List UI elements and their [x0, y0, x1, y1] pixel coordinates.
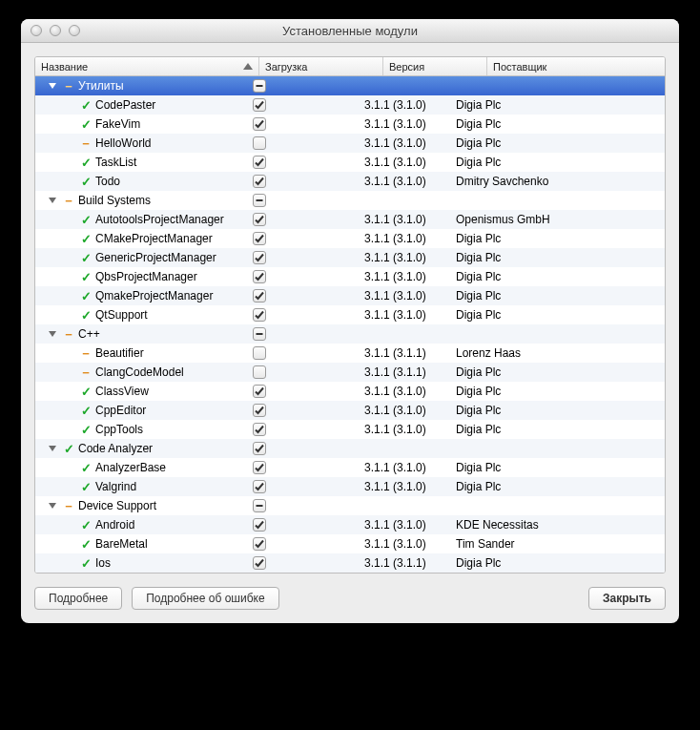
cell-name: −Device Support — [35, 499, 247, 512]
load-checkbox[interactable] — [253, 175, 266, 188]
load-checkbox[interactable] — [253, 537, 266, 551]
cell-vendor: KDE Necessitas — [450, 518, 665, 532]
table-row[interactable]: ✓CodePaster3.1.1 (3.1.0)Digia Plc — [35, 95, 665, 115]
load-checkbox[interactable] — [253, 518, 266, 532]
table-row[interactable]: ✓CppTools3.1.1 (3.1.0)Digia Plc — [35, 420, 665, 439]
disclosure-triangle-icon[interactable] — [49, 503, 56, 509]
load-checkbox[interactable] — [253, 346, 266, 360]
load-checkbox[interactable] — [253, 251, 266, 264]
status-warn-icon: − — [63, 500, 74, 512]
module-name-label: ClangCodeModel — [95, 365, 184, 379]
load-checkbox[interactable] — [253, 136, 266, 150]
load-checkbox[interactable] — [253, 232, 266, 245]
load-checkbox[interactable] — [253, 213, 266, 226]
status-ok-icon: ✓ — [80, 99, 92, 112]
table-row[interactable]: ✓QtSupport3.1.1 (3.1.0)Digia Plc — [35, 305, 665, 324]
load-checkbox[interactable] — [253, 327, 266, 341]
load-checkbox[interactable] — [253, 289, 266, 302]
table-group-row[interactable]: −Build Systems — [35, 191, 665, 210]
status-warn-icon: − — [80, 366, 92, 379]
table-row[interactable]: −HelloWorld3.1.1 (3.1.0)Digia Plc — [35, 134, 665, 153]
load-checkbox[interactable] — [253, 385, 266, 398]
load-checkbox[interactable] — [253, 461, 266, 474]
table-row[interactable]: ✓CMakeProjectManager3.1.1 (3.1.0)Digia P… — [35, 229, 665, 248]
load-checkbox[interactable] — [253, 270, 266, 283]
cell-version: 3.1.1 (3.1.0) — [359, 385, 450, 398]
table-row[interactable]: ✓TaskList3.1.1 (3.1.0)Digia Plc — [35, 153, 665, 172]
cell-vendor: Digia Plc — [450, 556, 665, 570]
cell-version: 3.1.1 (3.1.0) — [359, 136, 450, 150]
disclosure-triangle-icon[interactable] — [49, 198, 56, 203]
cell-load — [247, 385, 359, 398]
column-header-version[interactable]: Версия — [383, 57, 487, 75]
load-checkbox[interactable] — [253, 556, 266, 570]
status-ok-icon: ✓ — [80, 519, 92, 532]
module-name-label: Утилиты — [78, 79, 124, 93]
cell-version: 3.1.1 (3.1.0) — [359, 175, 450, 188]
table-row[interactable]: −ClangCodeModel3.1.1 (3.1.1)Digia Plc — [35, 363, 665, 382]
table-row[interactable]: ✓Ios3.1.1 (3.1.1)Digia Plc — [35, 553, 665, 573]
column-header-load[interactable]: Загрузка — [259, 57, 383, 75]
cell-name: ✓Android — [35, 518, 247, 532]
load-checkbox[interactable] — [253, 499, 266, 512]
table-group-row[interactable]: −Утилиты — [35, 76, 665, 95]
close-window-icon[interactable] — [31, 25, 42, 36]
content-area: Название Загрузка Версия Поставщик −Утил… — [21, 43, 679, 623]
table-group-row[interactable]: ✓Code Analyzer — [35, 439, 665, 458]
cell-vendor: Tim Sander — [450, 537, 665, 551]
table-row[interactable]: ✓QbsProjectManager3.1.1 (3.1.0)Digia Plc — [35, 267, 665, 286]
load-checkbox[interactable] — [253, 117, 266, 131]
disclosure-triangle-icon[interactable] — [49, 83, 56, 89]
load-checkbox[interactable] — [253, 480, 266, 493]
cell-vendor: Digia Plc — [450, 98, 665, 112]
cell-name: −ClangCodeModel — [35, 365, 247, 379]
load-checkbox[interactable] — [253, 79, 266, 93]
table-row[interactable]: ✓FakeVim3.1.1 (3.1.0)Digia Plc — [35, 115, 665, 134]
table-row[interactable]: ✓AutotoolsProjectManager3.1.1 (3.1.0)Ope… — [35, 210, 665, 229]
status-ok-icon: ✓ — [80, 290, 92, 302]
load-checkbox[interactable] — [253, 423, 266, 436]
load-checkbox[interactable] — [253, 442, 266, 455]
cell-version: 3.1.1 (3.1.0) — [359, 232, 450, 245]
table-row[interactable]: ✓BareMetal3.1.1 (3.1.0)Tim Sander — [35, 534, 665, 553]
load-checkbox[interactable] — [253, 156, 266, 169]
cell-name: ✓CppEditor — [35, 404, 247, 417]
column-header-vendor[interactable]: Поставщик — [487, 57, 665, 75]
disclosure-triangle-icon[interactable] — [49, 331, 56, 337]
modules-table: Название Загрузка Версия Поставщик −Утил… — [34, 56, 666, 574]
cell-name: ✓ClassView — [35, 385, 247, 398]
close-button[interactable]: Закрыть — [588, 587, 666, 610]
error-details-button[interactable]: Подробнее об ошибке — [132, 587, 278, 610]
details-button[interactable]: Подробнее — [34, 587, 122, 610]
cell-name: ✓AutotoolsProjectManager — [35, 213, 247, 226]
load-checkbox[interactable] — [253, 194, 266, 207]
cell-load — [247, 232, 359, 245]
column-header-name[interactable]: Название — [35, 57, 259, 75]
table-row[interactable]: −Beautifier3.1.1 (3.1.1)Lorenz Haas — [35, 344, 665, 363]
load-checkbox[interactable] — [253, 404, 266, 417]
load-checkbox[interactable] — [253, 308, 266, 322]
cell-version: 3.1.1 (3.1.0) — [359, 270, 450, 283]
table-group-row[interactable]: −C++ — [35, 324, 665, 344]
table-row[interactable]: ✓GenericProjectManager3.1.1 (3.1.0)Digia… — [35, 248, 665, 267]
table-row[interactable]: ✓CppEditor3.1.1 (3.1.0)Digia Plc — [35, 401, 665, 420]
disclosure-triangle-icon[interactable] — [49, 446, 56, 451]
minimize-window-icon[interactable] — [50, 25, 61, 36]
table-row[interactable]: ✓AnalyzerBase3.1.1 (3.1.0)Digia Plc — [35, 458, 665, 477]
load-checkbox[interactable] — [253, 365, 266, 379]
zoom-window-icon[interactable] — [69, 25, 80, 36]
table-row[interactable]: ✓ClassView3.1.1 (3.1.0)Digia Plc — [35, 382, 665, 401]
table-row[interactable]: ✓Android3.1.1 (3.1.0)KDE Necessitas — [35, 515, 665, 534]
module-name-label: BareMetal — [95, 537, 148, 551]
table-row[interactable]: ✓Valgrind3.1.1 (3.1.0)Digia Plc — [35, 477, 665, 496]
table-row[interactable]: ✓QmakeProjectManager3.1.1 (3.1.0)Digia P… — [35, 286, 665, 305]
table-group-row[interactable]: −Device Support — [35, 496, 665, 515]
cell-version: 3.1.1 (3.1.0) — [359, 117, 450, 131]
error-details-button-label: Подробнее об ошибке — [146, 592, 264, 605]
table-row[interactable]: ✓Todo3.1.1 (3.1.0)Dmitry Savchenko — [35, 172, 665, 191]
cell-load — [247, 136, 359, 150]
cell-load — [247, 194, 359, 207]
module-name-label: ClassView — [95, 385, 149, 398]
load-checkbox[interactable] — [253, 98, 266, 112]
cell-version: 3.1.1 (3.1.0) — [359, 423, 450, 436]
